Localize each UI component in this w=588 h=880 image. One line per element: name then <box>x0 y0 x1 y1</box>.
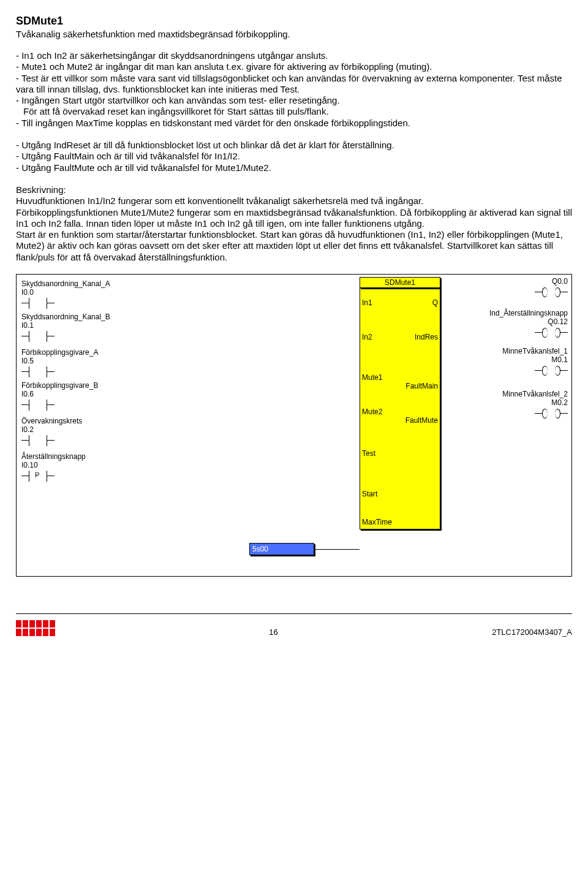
svg-rect-8 <box>43 620 48 628</box>
para-line: - Ingången Start utgör startvillkor och … <box>16 95 572 106</box>
fb-pin-faultmain: FaultMain <box>405 382 438 390</box>
para-line: Start är en funktion som startar/återsta… <box>16 229 572 263</box>
contact-icon <box>21 298 55 309</box>
signal-addr: I0.5 <box>21 357 144 365</box>
paragraph-inputs: - In1 och In2 är säkerhetsingångar dit s… <box>16 50 572 129</box>
signal-name: Skyddsanordning_Kanal_B <box>21 313 144 321</box>
signal-addr: I0.6 <box>21 390 144 398</box>
fb-pin-q: Q <box>432 298 438 307</box>
input-row: Övervakningskrets I0.2 <box>21 417 254 446</box>
signal-addr: I0.0 <box>21 288 144 297</box>
page-number: 16 <box>269 628 277 637</box>
fb-pin-in2: In2 <box>362 333 372 341</box>
output-row: Ind_Återställningsknapp Q0.12 <box>439 309 568 347</box>
input-row: Skyddsanordning_Kanal_B I0.1 <box>21 313 254 342</box>
desc-heading: Beskrivning: <box>16 184 572 195</box>
input-row: Skyddsanordning_Kanal_A I0.0 <box>21 279 254 309</box>
page-subtitle: Tvåkanalig säkerhetsfunktion med maxtids… <box>16 29 572 39</box>
signal-name: Övervakningskrets <box>21 417 144 425</box>
maxtime-constant: 5s00 <box>249 543 314 555</box>
output-row: MinneTvåkanlsfel_1 M0.1 <box>439 347 568 390</box>
input-row: Förbikopplingsgivare_B I0.6 <box>21 381 254 411</box>
wire <box>314 549 360 550</box>
input-row: Återställningsknapp I0.10 P <box>21 452 254 482</box>
signal-addr: M0.2 <box>439 398 568 407</box>
signal-name: Skyddsanordning_Kanal_A <box>21 279 144 288</box>
fb-pin-mute2: Mute2 <box>362 408 382 416</box>
contact-icon <box>21 331 55 342</box>
ladder-diagram: SDMute1 In1 In2 Mute1 Mute2 Test Start M… <box>16 274 572 577</box>
coil-icon <box>535 409 568 419</box>
svg-rect-7 <box>36 629 42 636</box>
fb-pin-start: Start <box>362 490 377 498</box>
page-title: SDMute1 <box>16 15 572 28</box>
para-line: - Till ingången MaxTime kopplas en tidsk… <box>16 118 572 129</box>
signal-addr: Q0.12 <box>439 317 568 326</box>
paragraph-description: Beskrivning: Huvudfunktionen In1/In2 fun… <box>16 184 572 263</box>
fb-title: SDMute1 <box>360 277 440 288</box>
fb-pin-mute1: Mute1 <box>362 373 382 382</box>
coil-icon <box>535 366 568 376</box>
svg-rect-6 <box>29 629 35 636</box>
contact-icon <box>21 400 55 411</box>
pulse-label: P <box>35 471 39 479</box>
svg-rect-1 <box>23 620 28 628</box>
contact-icon <box>21 435 55 446</box>
svg-rect-5 <box>36 620 42 628</box>
output-row: MinneTvåkanlsfel_2 M0.2 <box>439 390 568 419</box>
signal-addr: I0.10 <box>21 461 144 469</box>
svg-rect-10 <box>43 629 48 636</box>
function-block: SDMute1 In1 In2 Mute1 Mute2 Test Start M… <box>360 277 440 529</box>
contact-icon <box>21 366 55 377</box>
fb-pin-test: Test <box>362 449 375 458</box>
signal-addr: M0.1 <box>439 355 568 364</box>
para-line: Förbikopplingsfunktionen Mute1/Mute2 fun… <box>16 207 572 230</box>
input-rail: Skyddsanordning_Kanal_A I0.0 Skyddsanord… <box>21 279 254 482</box>
input-row: Förbikopplingsgivare_A I0.5 <box>21 348 254 377</box>
doc-id: 2TLC172004M3407_A <box>492 628 572 637</box>
signal-name: Återställningsknapp <box>21 452 144 461</box>
para-line: - Utgång IndReset är till då funktionsbl… <box>16 140 572 151</box>
para-line: - In1 och In2 är säkerhetsingångar dit s… <box>16 50 572 61</box>
svg-rect-9 <box>50 620 55 628</box>
signal-name: MinneTvåkanlsfel_1 <box>439 347 568 355</box>
coil-icon <box>535 328 568 338</box>
para-line: För att få övervakad reset kan ingångsvi… <box>16 106 572 117</box>
svg-rect-0 <box>16 620 21 628</box>
para-line: - Test är ett villkor som måste vara san… <box>16 73 572 96</box>
output-row: Q0.0 <box>439 277 568 309</box>
signal-addr: Q0.0 <box>439 277 568 286</box>
page-footer: 16 2TLC172004M3407_A <box>16 613 572 637</box>
coil-icon <box>535 287 568 297</box>
signal-name: MinneTvåkanlsfel_2 <box>439 390 568 398</box>
svg-rect-2 <box>16 629 21 636</box>
signal-addr: I0.2 <box>21 425 144 434</box>
output-rail: Q0.0 Ind_Återställningsknapp Q0.12 Minne… <box>439 277 568 419</box>
para-line: - Utgång FaultMute och är till vid tvåka… <box>16 162 572 173</box>
svg-rect-4 <box>29 620 35 628</box>
para-line: Huvudfunktionen In1/In2 fungerar som ett… <box>16 195 572 207</box>
fb-pin-in1: In1 <box>362 298 372 307</box>
fb-pin-indres: IndRes <box>415 333 438 341</box>
svg-rect-3 <box>23 629 28 636</box>
signal-name: Ind_Återställningsknapp <box>439 309 568 317</box>
fb-pin-faultmute: FaultMute <box>405 416 438 425</box>
paragraph-outputs: - Utgång IndReset är till då funktionsbl… <box>16 140 572 173</box>
signal-name: Förbikopplingsgivare_B <box>21 381 144 390</box>
para-line: - Utgång FaultMain och är till vid tvåka… <box>16 151 572 162</box>
abb-logo <box>16 618 55 637</box>
para-line: - Mute1 och Mute2 är ingångar dit man ka… <box>16 61 572 72</box>
signal-addr: I0.1 <box>21 321 144 330</box>
fb-pin-maxtime: MaxTime <box>362 518 392 526</box>
signal-name: Förbikopplingsgivare_A <box>21 348 144 357</box>
contact-pulse-icon: P <box>21 471 55 482</box>
svg-rect-11 <box>50 629 55 636</box>
